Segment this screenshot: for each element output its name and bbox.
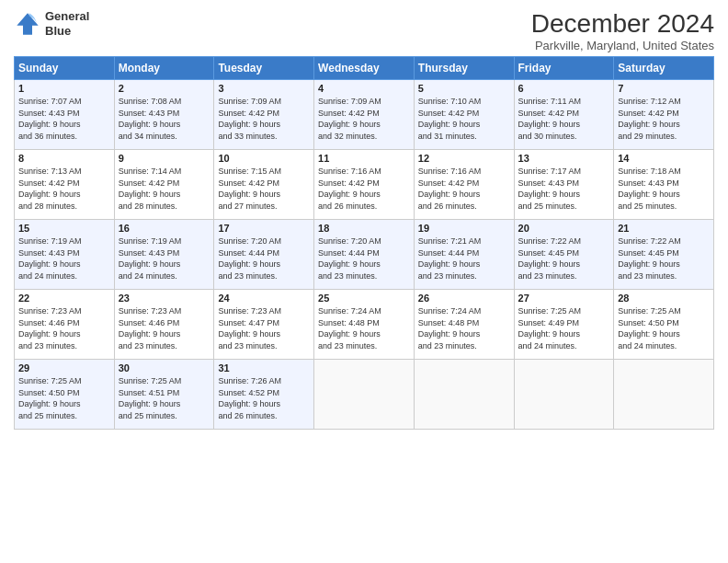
day-number: 13 bbox=[518, 153, 610, 164]
calendar-cell: 1Sunrise: 7:07 AM Sunset: 4:43 PM Daylig… bbox=[15, 80, 115, 150]
day-number: 15 bbox=[18, 223, 110, 234]
day-info: Sunrise: 7:25 AM Sunset: 4:51 PM Dayligh… bbox=[119, 375, 210, 421]
day-number: 27 bbox=[518, 293, 610, 304]
calendar-cell: 5Sunrise: 7:10 AM Sunset: 4:42 PM Daylig… bbox=[414, 80, 514, 150]
day-number: 31 bbox=[218, 362, 310, 373]
day-number: 11 bbox=[318, 153, 410, 164]
day-info: Sunrise: 7:19 AM Sunset: 4:43 PM Dayligh… bbox=[18, 236, 110, 282]
day-info: Sunrise: 7:19 AM Sunset: 4:43 PM Dayligh… bbox=[119, 236, 210, 282]
day-number: 28 bbox=[618, 293, 710, 304]
day-info: Sunrise: 7:11 AM Sunset: 4:42 PM Dayligh… bbox=[518, 96, 610, 142]
calendar-cell: 24Sunrise: 7:23 AM Sunset: 4:47 PM Dayli… bbox=[214, 290, 314, 360]
day-number: 8 bbox=[18, 153, 110, 164]
logo: General Blue bbox=[14, 9, 89, 38]
day-number: 26 bbox=[418, 293, 510, 304]
calendar-cell: 7Sunrise: 7:12 AM Sunset: 4:42 PM Daylig… bbox=[614, 80, 714, 150]
logo-text: General Blue bbox=[45, 9, 89, 38]
day-number: 22 bbox=[18, 293, 110, 304]
calendar-cell: 19Sunrise: 7:21 AM Sunset: 4:44 PM Dayli… bbox=[414, 220, 514, 290]
day-info: Sunrise: 7:14 AM Sunset: 4:42 PM Dayligh… bbox=[119, 166, 210, 212]
day-number: 20 bbox=[518, 223, 610, 234]
calendar-cell: 30Sunrise: 7:25 AM Sunset: 4:51 PM Dayli… bbox=[114, 360, 214, 430]
calendar-cell: 2Sunrise: 7:08 AM Sunset: 4:43 PM Daylig… bbox=[114, 80, 214, 150]
calendar-cell: 11Sunrise: 7:16 AM Sunset: 4:42 PM Dayli… bbox=[314, 150, 415, 220]
day-number: 17 bbox=[218, 223, 310, 234]
calendar-cell: 18Sunrise: 7:20 AM Sunset: 4:44 PM Dayli… bbox=[314, 220, 415, 290]
day-info: Sunrise: 7:18 AM Sunset: 4:43 PM Dayligh… bbox=[618, 166, 710, 212]
calendar-cell: 6Sunrise: 7:11 AM Sunset: 4:42 PM Daylig… bbox=[514, 80, 614, 150]
calendar-cell: 10Sunrise: 7:15 AM Sunset: 4:42 PM Dayli… bbox=[214, 150, 314, 220]
title-block: December 2024 Parkville, Maryland, Unite… bbox=[531, 9, 714, 52]
page-container: General Blue December 2024 Parkville, Ma… bbox=[0, 0, 728, 434]
day-number: 12 bbox=[418, 153, 510, 164]
day-number: 6 bbox=[518, 83, 610, 94]
day-info: Sunrise: 7:21 AM Sunset: 4:44 PM Dayligh… bbox=[418, 236, 510, 282]
subtitle: Parkville, Maryland, United States bbox=[531, 39, 714, 52]
calendar-cell: 27Sunrise: 7:25 AM Sunset: 4:49 PM Dayli… bbox=[514, 290, 614, 360]
day-info: Sunrise: 7:24 AM Sunset: 4:48 PM Dayligh… bbox=[418, 305, 510, 351]
weekday-header-tuesday: Tuesday bbox=[214, 57, 314, 80]
main-title: December 2024 bbox=[531, 9, 714, 39]
calendar-cell: 26Sunrise: 7:24 AM Sunset: 4:48 PM Dayli… bbox=[414, 290, 514, 360]
weekday-header-thursday: Thursday bbox=[414, 57, 514, 80]
day-info: Sunrise: 7:23 AM Sunset: 4:47 PM Dayligh… bbox=[218, 305, 310, 351]
day-number: 4 bbox=[318, 83, 410, 94]
calendar-cell: 8Sunrise: 7:13 AM Sunset: 4:42 PM Daylig… bbox=[15, 150, 115, 220]
day-number: 30 bbox=[119, 362, 210, 373]
day-info: Sunrise: 7:16 AM Sunset: 4:42 PM Dayligh… bbox=[318, 166, 410, 212]
day-info: Sunrise: 7:17 AM Sunset: 4:43 PM Dayligh… bbox=[518, 166, 610, 212]
weekday-header-monday: Monday bbox=[114, 57, 214, 80]
calendar-cell: 28Sunrise: 7:25 AM Sunset: 4:50 PM Dayli… bbox=[614, 290, 714, 360]
day-info: Sunrise: 7:15 AM Sunset: 4:42 PM Dayligh… bbox=[218, 166, 310, 212]
day-info: Sunrise: 7:09 AM Sunset: 4:42 PM Dayligh… bbox=[218, 96, 310, 142]
day-number: 7 bbox=[618, 83, 710, 94]
day-info: Sunrise: 7:09 AM Sunset: 4:42 PM Dayligh… bbox=[318, 96, 410, 142]
day-number: 14 bbox=[618, 153, 710, 164]
day-info: Sunrise: 7:12 AM Sunset: 4:42 PM Dayligh… bbox=[618, 96, 710, 142]
calendar-week-2: 8Sunrise: 7:13 AM Sunset: 4:42 PM Daylig… bbox=[15, 150, 714, 220]
calendar-cell: 20Sunrise: 7:22 AM Sunset: 4:45 PM Dayli… bbox=[514, 220, 614, 290]
logo-line2: Blue bbox=[45, 24, 71, 38]
calendar-cell: 25Sunrise: 7:24 AM Sunset: 4:48 PM Dayli… bbox=[314, 290, 415, 360]
day-number: 21 bbox=[618, 223, 710, 234]
day-info: Sunrise: 7:25 AM Sunset: 4:49 PM Dayligh… bbox=[518, 305, 610, 351]
calendar-cell: 9Sunrise: 7:14 AM Sunset: 4:42 PM Daylig… bbox=[114, 150, 214, 220]
calendar-cell: 31Sunrise: 7:26 AM Sunset: 4:52 PM Dayli… bbox=[214, 360, 314, 430]
svg-marker-0 bbox=[17, 13, 38, 34]
day-info: Sunrise: 7:23 AM Sunset: 4:46 PM Dayligh… bbox=[18, 305, 110, 351]
day-number: 16 bbox=[119, 223, 210, 234]
header-row: SundayMondayTuesdayWednesdayThursdayFrid… bbox=[15, 57, 714, 80]
day-number: 18 bbox=[318, 223, 410, 234]
day-number: 25 bbox=[318, 293, 410, 304]
calendar-cell: 13Sunrise: 7:17 AM Sunset: 4:43 PM Dayli… bbox=[514, 150, 614, 220]
calendar-cell: 14Sunrise: 7:18 AM Sunset: 4:43 PM Dayli… bbox=[614, 150, 714, 220]
day-info: Sunrise: 7:07 AM Sunset: 4:43 PM Dayligh… bbox=[18, 96, 110, 142]
logo-line1: General bbox=[45, 9, 89, 23]
day-number: 24 bbox=[218, 293, 310, 304]
calendar-cell: 17Sunrise: 7:20 AM Sunset: 4:44 PM Dayli… bbox=[214, 220, 314, 290]
calendar-cell: 15Sunrise: 7:19 AM Sunset: 4:43 PM Dayli… bbox=[15, 220, 115, 290]
calendar-cell bbox=[314, 360, 415, 430]
calendar-cell: 29Sunrise: 7:25 AM Sunset: 4:50 PM Dayli… bbox=[15, 360, 115, 430]
day-info: Sunrise: 7:20 AM Sunset: 4:44 PM Dayligh… bbox=[218, 236, 310, 282]
day-info: Sunrise: 7:25 AM Sunset: 4:50 PM Dayligh… bbox=[618, 305, 710, 351]
day-info: Sunrise: 7:13 AM Sunset: 4:42 PM Dayligh… bbox=[18, 166, 110, 212]
day-number: 23 bbox=[119, 293, 210, 304]
calendar-cell: 23Sunrise: 7:23 AM Sunset: 4:46 PM Dayli… bbox=[114, 290, 214, 360]
calendar-cell: 12Sunrise: 7:16 AM Sunset: 4:42 PM Dayli… bbox=[414, 150, 514, 220]
logo-icon bbox=[14, 10, 41, 38]
day-number: 1 bbox=[18, 83, 110, 94]
header: General Blue December 2024 Parkville, Ma… bbox=[14, 9, 714, 52]
calendar-cell: 3Sunrise: 7:09 AM Sunset: 4:42 PM Daylig… bbox=[214, 80, 314, 150]
day-info: Sunrise: 7:23 AM Sunset: 4:46 PM Dayligh… bbox=[119, 305, 210, 351]
calendar-cell: 21Sunrise: 7:22 AM Sunset: 4:45 PM Dayli… bbox=[614, 220, 714, 290]
day-info: Sunrise: 7:25 AM Sunset: 4:50 PM Dayligh… bbox=[18, 375, 110, 421]
weekday-header-friday: Friday bbox=[514, 57, 614, 80]
day-info: Sunrise: 7:22 AM Sunset: 4:45 PM Dayligh… bbox=[518, 236, 610, 282]
day-info: Sunrise: 7:10 AM Sunset: 4:42 PM Dayligh… bbox=[418, 96, 510, 142]
day-number: 19 bbox=[418, 223, 510, 234]
day-info: Sunrise: 7:24 AM Sunset: 4:48 PM Dayligh… bbox=[318, 305, 410, 351]
day-number: 10 bbox=[218, 153, 310, 164]
weekday-header-saturday: Saturday bbox=[614, 57, 714, 80]
day-number: 5 bbox=[418, 83, 510, 94]
